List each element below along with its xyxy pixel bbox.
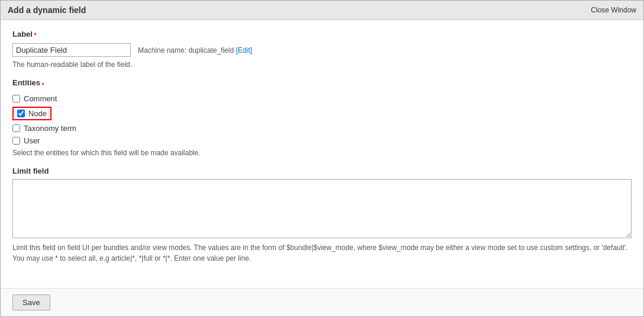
dialog-title: Add a dynamic field <box>8 5 86 15</box>
label-section: Label * Machine name: duplicate_field [E… <box>12 30 632 69</box>
checkbox-row-comment: Comment <box>12 94 632 103</box>
limit-field-section: Limit field Limit this field on field UI… <box>12 166 632 264</box>
limit-field-textarea[interactable] <box>12 179 632 238</box>
entities-field-label: Entities <box>12 78 40 87</box>
dialog-footer: Save <box>1 288 643 316</box>
checkbox-taxonomy-term[interactable] <box>12 124 20 132</box>
label-required-star: * <box>34 31 37 40</box>
checkbox-row-node: Node <box>12 107 51 120</box>
checkbox-comment[interactable] <box>12 95 20 103</box>
checkbox-row-user: User <box>12 136 632 145</box>
edit-machine-name-link[interactable]: [Edit] <box>236 46 252 55</box>
dialog-body: Label * Machine name: duplicate_field [E… <box>1 20 643 288</box>
checkbox-user[interactable] <box>12 137 20 145</box>
checkbox-user-label[interactable]: User <box>24 136 40 145</box>
close-window-link[interactable]: Close Window <box>591 6 636 14</box>
dialog-header: Add a dynamic field Close Window <box>1 1 643 20</box>
machine-name-text: Machine name: duplicate_field [Edit] <box>138 46 252 55</box>
checkbox-row-taxonomy: Taxonomy term <box>12 124 632 133</box>
entities-help-text: Select the entities for which this field… <box>12 149 632 157</box>
checkbox-node[interactable] <box>17 110 25 117</box>
save-button[interactable]: Save <box>12 294 50 310</box>
checkbox-node-label[interactable]: Node <box>28 109 47 118</box>
entities-required-star: * <box>41 81 44 89</box>
limit-field-label: Limit field <box>12 166 632 175</box>
label-field-label: Label <box>12 30 33 39</box>
label-input[interactable] <box>12 43 131 57</box>
checkbox-taxonomy-label[interactable]: Taxonomy term <box>24 124 76 133</box>
limit-field-description: Limit this field on field UI per bundles… <box>12 242 632 264</box>
entities-section: Entities * Comment Node Taxonomy term <box>12 78 632 157</box>
label-description: The human-readable label of the field. <box>12 60 632 69</box>
checkbox-comment-label[interactable]: Comment <box>24 94 57 103</box>
add-dynamic-field-dialog: Add a dynamic field Close Window Label *… <box>0 0 644 317</box>
